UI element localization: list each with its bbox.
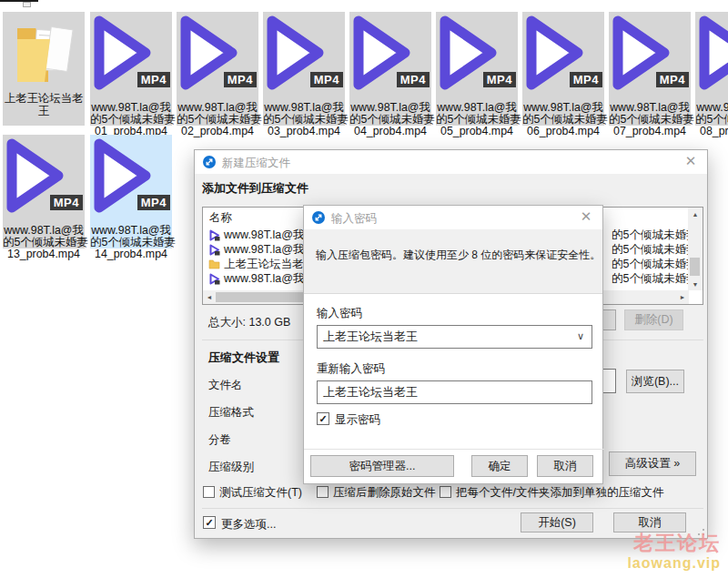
folder-icon <box>3 12 85 90</box>
desktop: 上老王论坛当老 王 MP4 www.98T.la@我的5个倾城未婚妻01_pro… <box>0 0 728 578</box>
more-options-checkbox-label: 更多选项... <box>221 517 276 532</box>
mp4-badge: MP4 <box>570 72 602 87</box>
password-manager-button[interactable]: 密码管理器... <box>310 455 454 477</box>
bandizip-icon <box>312 211 325 224</box>
more-options-checkbox[interactable]: ✓ <box>203 516 216 529</box>
desktop-icon-mp4-07[interactable]: MP4 www.98T.la@我的5个倾城未婚妻07_prob4.mp4 <box>609 12 691 126</box>
reenter-password-input[interactable]: 上老王论坛当老王 <box>317 380 592 404</box>
chevron-down-icon[interactable]: ∨ <box>577 330 584 342</box>
delete-original-checkbox[interactable] <box>317 486 329 498</box>
scroll-up-icon[interactable]: ▲ <box>689 208 702 220</box>
mp4-badge: MP4 <box>50 195 83 210</box>
advanced-settings-button[interactable]: 高级设置 » <box>609 451 696 476</box>
mp4-badge: MP4 <box>224 72 257 87</box>
screen-edge-fragment <box>0 0 38 2</box>
bandizip-icon <box>203 156 216 168</box>
desktop-icon-folder[interactable]: 上老王论坛当老 王 <box>3 12 85 126</box>
list-row-right-text: 的5个倾城未婚妻\ <box>612 228 690 242</box>
desktop-icon-mp4-03[interactable]: MP4 www.98T.la@我的5个倾城未婚妻03_prob4.mp4 <box>263 12 345 126</box>
filename-label: 文件名 <box>208 378 243 393</box>
list-row-right-text: 的5个倾城未婚妻\ <box>612 271 690 286</box>
list-row-left-text: www.98T.la@我的 <box>224 228 316 242</box>
delete-original-checkbox-label: 压缩后删除原始文件 <box>333 485 436 501</box>
format-label: 压缩格式 <box>208 405 254 421</box>
test-archive-checkbox[interactable] <box>203 486 215 498</box>
scroll-down-icon[interactable]: ▼ <box>689 278 702 290</box>
play-icon <box>208 229 220 241</box>
show-password-checkbox[interactable]: ✓ <box>317 412 329 425</box>
archive-dialog-title: 新建压缩文件 <box>222 156 290 171</box>
list-row-right-text: 的5个倾城未婚妻\ <box>612 242 690 257</box>
screen-edge-widget-fragment <box>23 2 31 7</box>
list-row-left-text: www.98T.la@我的 <box>224 242 316 257</box>
mp4-badge: MP4 <box>310 72 343 87</box>
desktop-icon-mp4-04[interactable]: MP4 www.98T.la@我的5个倾城未婚妻04_prob4.mp4 <box>349 12 431 126</box>
mp4-badge: MP4 <box>483 72 516 87</box>
level-label: 压缩级别 <box>208 460 254 475</box>
list-column-name-header[interactable]: 名称 <box>209 210 232 226</box>
desktop-icon-mp4-01[interactable]: MP4 www.98T.la@我的5个倾城未婚妻01_prob4.mp4 <box>90 12 172 126</box>
desktop-icon-mp4-05[interactable]: MP4 www.98T.la@我的5个倾城未婚妻05_prob4.mp4 <box>436 12 518 126</box>
mp4-badge: MP4 <box>137 72 170 87</box>
section-add-files-title: 添加文件到压缩文件 <box>202 180 308 197</box>
separate-archives-checkbox[interactable] <box>440 486 451 498</box>
list-row-left-text: www.98T.la@我的 <box>224 271 316 286</box>
archive-dialog-titlebar[interactable]: 新建压缩文件 ✕ <box>195 150 707 174</box>
mp4-badge: MP4 <box>656 72 689 87</box>
desktop-icon-mp4-02[interactable]: MP4 www.98T.la@我的5个倾城未婚妻02_prob4.mp4 <box>177 12 258 126</box>
list-row-right-text: 的5个倾城未婚妻\ <box>612 257 690 271</box>
desktop-icon-label: www.98T.la@我的5个倾城未婚妻04_prob4.mp4 <box>349 102 431 137</box>
play-icon <box>208 244 220 256</box>
list-row-left-text: 上老王论坛当老王 <box>224 257 315 271</box>
desktop-icon-label: www.98T.la@我的5个倾城未婚妻07_prob4.mp4 <box>609 102 691 137</box>
cancel-button[interactable]: 取消 <box>613 512 686 532</box>
volume-label: 分卷 <box>208 432 231 448</box>
test-archive-checkbox-label: 测试压缩文件(T) <box>219 485 302 501</box>
desktop-icon-mp4-13[interactable]: MP4 www.98T.la@我的5个倾城未婚妻13_prob4.mp4 <box>3 135 85 248</box>
desktop-icon-label: www.98T.la@我的5个倾城未婚妻13_prob4.mp4 <box>3 225 85 259</box>
reenter-password-value: 上老王论坛当老王 <box>323 384 418 401</box>
folder-front <box>17 39 50 82</box>
vertical-scroll-thumb[interactable] <box>690 258 700 276</box>
desktop-icon-mp4-14-selected[interactable]: MP4 www.98T.la@我的5个倾城未婚妻14_prob4.mp4 <box>90 135 172 248</box>
resize-grip[interactable] <box>698 529 704 535</box>
ok-button[interactable]: 确定 <box>471 455 528 477</box>
desktop-icon-label: www.98T.la@我的5个倾城未婚妻05_prob4.mp4 <box>436 102 518 137</box>
delete-button[interactable]: 删除(D) <box>624 309 683 330</box>
desktop-icon-label: www.98T.la@我的5个倾城未婚妻06_prob4.mp4 <box>522 102 604 137</box>
total-size-text: 总大小: 13.0 GB <box>208 315 290 330</box>
desktop-icon-label: www.98T.la@我的5个倾城未婚妻01_prob4.mp4 <box>90 102 172 137</box>
separate-archives-checkbox-label: 把每个文件/文件夹添加到单独的压缩文件 <box>456 485 663 501</box>
password-hint-text: 输入压缩包密码。建议使用至少 8 位的密码来保证安全性。 <box>316 248 601 263</box>
watermark-line2: laowang.vip <box>573 554 721 572</box>
enter-password-value: 上老王论坛当老王 <box>323 329 418 345</box>
show-password-checkbox-label: 显示密码 <box>335 412 380 428</box>
folder-icon <box>208 259 220 269</box>
scroll-left-icon[interactable]: ◄ <box>203 290 216 303</box>
password-hint-area: 输入压缩包密码。建议使用至少 8 位的密码来保证安全性。 <box>304 229 602 294</box>
close-icon[interactable]: ✕ <box>682 153 699 169</box>
desktop-icon-mp4-06[interactable]: MP4 www.98T.la@我的5个倾城未婚妻06_prob4.mp4 <box>522 12 604 126</box>
desktop-icon-label: www.98T.la@我的5个倾城未婚妻08_prob4.mp4 <box>695 102 728 137</box>
enter-password-combobox[interactable]: 上老王论坛当老王 ∨ <box>317 325 592 349</box>
start-button[interactable]: 开始(S) <box>521 512 593 532</box>
enter-password-dialog: 输入密码 ✕ 输入压缩包密码。建议使用至少 8 位的密码来保证安全性。 输入密码… <box>303 205 603 484</box>
desktop-icon-label: www.98T.la@我的5个倾城未婚妻14_prob4.mp4 <box>90 225 172 259</box>
desktop-icon-label: www.98T.la@我的5个倾城未婚妻03_prob4.mp4 <box>263 102 345 137</box>
reenter-password-label: 重新输入密码 <box>317 361 385 377</box>
desktop-icon-label: 上老王论坛当老 王 <box>3 92 85 117</box>
mp4-badge: MP4 <box>137 195 170 210</box>
button-divider <box>304 449 604 450</box>
cancel-button[interactable]: 取消 <box>537 455 593 477</box>
scroll-right-icon[interactable]: ► <box>676 290 689 303</box>
browse-button[interactable]: 浏览(B)... <box>626 370 684 393</box>
mp4-badge: MP4 <box>397 72 430 87</box>
play-icon <box>696 12 728 94</box>
desktop-icon-mp4-08[interactable]: MP4 www.98T.la@我的5个倾城未婚妻08_prob4.mp4 <box>695 12 728 126</box>
footer-divider <box>202 508 703 509</box>
password-dialog-title: 输入密码 <box>331 211 377 227</box>
close-icon[interactable]: ✕ <box>578 208 594 225</box>
desktop-icon-label: www.98T.la@我的5个倾城未婚妻02_prob4.mp4 <box>177 102 258 137</box>
vertical-scrollbar[interactable]: ▲ ▼ <box>688 208 703 290</box>
password-dialog-titlebar[interactable]: 输入密码 ✕ <box>304 206 602 229</box>
